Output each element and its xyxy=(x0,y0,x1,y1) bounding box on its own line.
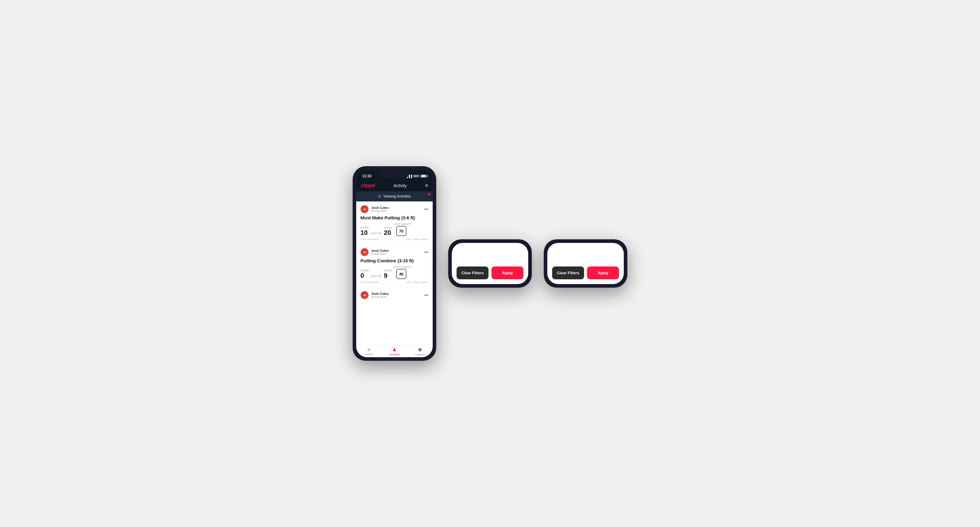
spacer-2 xyxy=(457,243,523,260)
user-name-1: Josh Coles xyxy=(371,206,389,210)
spacer-3 xyxy=(552,243,619,260)
user-date-2: 28 Feb 2023 xyxy=(371,252,389,256)
logo-1: clippd xyxy=(361,183,375,188)
avatar-inner-2: JC xyxy=(361,248,369,256)
card-footer-2: ℹ Test Information Data: Clippd Capture xyxy=(360,281,428,284)
user-date-3: 28 Feb 2023 xyxy=(371,295,389,298)
filter-actions-2: Clear Filters Apply xyxy=(457,267,523,279)
user-details-1: Josh Coles 28 Feb 2023 xyxy=(371,206,389,213)
tab-home-1[interactable]: ⌂ Home xyxy=(356,347,382,356)
more-btn-3[interactable]: ••• xyxy=(424,293,428,297)
user-info-2: JC Josh Coles 28 Feb 2023 xyxy=(360,248,389,256)
user-date-1: 28 Feb 2023 xyxy=(371,210,389,213)
shot-quality-stat-2: Shot Quality 45 xyxy=(394,265,412,279)
shots-label-2: Shots xyxy=(384,269,392,272)
test-info-text-2: Test Information xyxy=(362,281,379,284)
activity-card-2: JC Josh Coles 28 Feb 2023 ••• Putting Co… xyxy=(356,244,433,287)
card-header-1: JC Josh Coles 28 Feb 2023 ••• xyxy=(360,205,428,213)
shot-quality-box-1: 75 xyxy=(396,226,406,236)
notch-1 xyxy=(380,170,409,178)
tab-activities-label-1: Activities xyxy=(389,353,400,356)
user-name-3: Josh Coles xyxy=(371,292,389,295)
shots-value-2: 9 xyxy=(384,273,392,279)
phone-3: 11:33 ▐▐▐ WiFi clippd Activity ≡ ⊞ Viewi… xyxy=(544,239,627,288)
info-icon-2: ℹ xyxy=(360,281,361,284)
avatar-1: JC xyxy=(360,205,369,213)
data-source-2: Data: Clippd Capture xyxy=(406,281,428,284)
score-value-1: 10 xyxy=(360,230,369,236)
phone-3-screen: 11:33 ▐▐▐ WiFi clippd Activity ≡ ⊞ Viewi… xyxy=(547,243,624,284)
shot-quality-stat-1: Shot Quality 75 xyxy=(394,222,412,236)
shot-quality-label-1: Shot Quality xyxy=(394,222,412,225)
user-info-1: JC Josh Coles 28 Feb 2023 xyxy=(360,205,389,213)
apply-btn-2[interactable]: Apply xyxy=(492,267,523,279)
test-info-text-1: Test Information xyxy=(362,238,379,241)
user-info-3: JC Josh Coles 28 Feb 2023 xyxy=(360,291,389,299)
card-header-2: JC Josh Coles 28 Feb 2023 ••• xyxy=(360,248,428,256)
avatar-inner-1: JC xyxy=(361,205,369,213)
scene: 11:33 ▐▐▐ WiFi clippd Activity ≡ ⊞ Viewi… xyxy=(353,166,627,361)
user-details-2: Josh Coles 28 Feb 2023 xyxy=(371,249,389,256)
capture-icon-1: ⊕ xyxy=(418,347,422,352)
stats-row-1: Score 10 OUT OF Shots 20 Shot Quality 75 xyxy=(360,222,428,236)
score-label-2: Score xyxy=(360,269,369,272)
activities-icon-1: ♟ xyxy=(392,347,396,352)
card-header-3: JC Josh Coles 28 Feb 2023 ••• xyxy=(360,291,428,299)
activity-title-1: Must Make Putting (3-6 ft) xyxy=(360,215,428,220)
test-info-2: ℹ Test Information xyxy=(360,281,379,284)
user-details-3: Josh Coles 28 Feb 2023 xyxy=(371,292,389,298)
activity-list-1: JC Josh Coles 28 Feb 2023 ••• Must Make … xyxy=(356,202,433,344)
battery-icon-1 xyxy=(421,175,427,178)
activity-title-2: Putting Combine (3-15 ft) xyxy=(360,258,428,263)
filter-actions-3: Clear Filters Apply xyxy=(552,267,619,279)
avatar-3: JC xyxy=(360,291,369,299)
score-label-1: Score xyxy=(360,226,369,229)
nav-bar-1: clippd Activity ≡ xyxy=(356,181,433,191)
out-of-2: OUT OF xyxy=(371,275,381,278)
filter-icon-1: ⊞ xyxy=(378,194,381,198)
avatar-inner-3: JC xyxy=(361,291,369,299)
home-icon-1: ⌂ xyxy=(368,347,371,352)
shot-quality-label-2: Shot Quality xyxy=(394,265,412,268)
apply-btn-3[interactable]: Apply xyxy=(587,267,619,279)
stats-row-2: Score 0 OUT OF Shots 9 Shot Quality 45 xyxy=(360,265,428,279)
data-source-1: Data: Clippd Capture xyxy=(406,238,428,241)
activity-card-1: JC Josh Coles 28 Feb 2023 ••• Must Make … xyxy=(356,202,433,244)
tab-activities-1[interactable]: ♟ Activities xyxy=(382,347,407,356)
activity-card-3: JC Josh Coles 28 Feb 2023 ••• xyxy=(356,287,433,305)
filter-modal-2: Filter ✕ Show Rounds Practice Drills Rou… xyxy=(452,243,528,284)
clear-filters-btn-2[interactable]: Clear Filters xyxy=(457,267,488,279)
more-btn-2[interactable]: ••• xyxy=(424,250,428,254)
tab-capture-1[interactable]: ⊕ Capture xyxy=(407,347,433,356)
out-of-1: OUT OF xyxy=(371,232,381,235)
shots-stat-2: Shots 9 xyxy=(384,269,392,279)
filter-modal-3: Filter ✕ Show Rounds Practice Drills Pra… xyxy=(547,243,624,284)
phone-1-screen: 11:33 ▐▐▐ WiFi clippd Activity ≡ ⊞ Viewi… xyxy=(356,170,433,357)
viewing-bar-1[interactable]: ⊞ Viewing Activities xyxy=(356,191,433,202)
shots-label-1: Shots xyxy=(384,226,392,229)
phone-1: 11:33 ▐▐▐ WiFi clippd Activity ≡ ⊞ Viewi… xyxy=(353,166,436,361)
shots-value-1: 20 xyxy=(384,230,392,236)
notification-dot-1 xyxy=(428,193,430,195)
test-info-1: ℹ Test Information xyxy=(360,238,379,241)
shots-stat-1: Shots 20 xyxy=(384,226,392,236)
tab-capture-label-1: Capture xyxy=(415,353,425,356)
viewing-bar-text-1: Viewing Activities xyxy=(383,194,411,198)
shot-quality-box-2: 45 xyxy=(396,269,406,279)
tab-bar-1: ⌂ Home ♟ Activities ⊕ Capture xyxy=(356,344,433,357)
menu-icon-1[interactable]: ≡ xyxy=(425,183,428,188)
score-value-2: 0 xyxy=(360,273,369,279)
phone-2: 11:33 ▐▐▐ WiFi clippd Activity ≡ ⊞ Viewi… xyxy=(448,239,532,288)
wifi-icon-1: WiFi xyxy=(413,175,420,178)
user-name-2: Josh Coles xyxy=(371,249,389,252)
nav-title-1: Activity xyxy=(393,183,407,188)
score-stat-1: Score 10 xyxy=(360,226,369,236)
clear-filters-btn-3[interactable]: Clear Filters xyxy=(552,267,584,279)
info-icon-1: ℹ xyxy=(360,238,361,241)
tab-home-label-1: Home xyxy=(366,353,373,356)
more-btn-1[interactable]: ••• xyxy=(424,207,428,211)
score-stat-2: Score 0 xyxy=(360,269,369,279)
phone-2-screen: 11:33 ▐▐▐ WiFi clippd Activity ≡ ⊞ Viewi… xyxy=(452,243,528,284)
status-time-1: 11:33 xyxy=(362,174,371,178)
card-footer-1: ℹ Test Information Data: Clippd Capture xyxy=(360,238,428,241)
